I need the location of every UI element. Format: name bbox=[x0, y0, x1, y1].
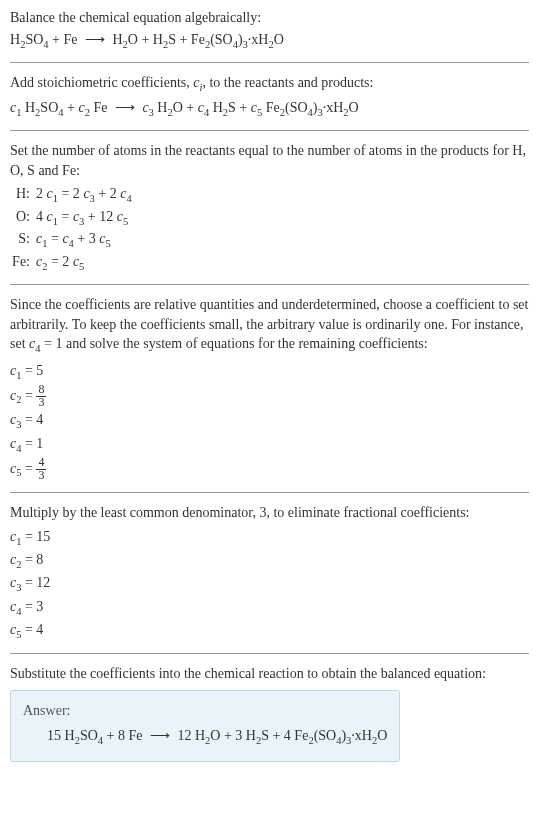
t: Fe bbox=[90, 100, 111, 115]
t: S + Fe bbox=[168, 32, 205, 47]
section-add-coefficients: Add stoichiometric coefficients, ci, to … bbox=[10, 73, 529, 120]
t: = 1 and solve the system of equations fo… bbox=[41, 336, 428, 351]
t: 15 H bbox=[47, 728, 75, 743]
coef-c4: c4 = 3 bbox=[10, 597, 529, 619]
atom-equations: H: 2 c1 = 2 c3 + 2 c4 O: 4 c1 = c3 + 12 … bbox=[10, 184, 529, 274]
eq: 2 c1 = 2 c3 + 2 c4 bbox=[36, 184, 132, 206]
sub: 5 bbox=[105, 238, 110, 249]
atom-row-o: O: 4 c1 = c3 + 12 c5 bbox=[10, 207, 529, 229]
section-atom-balance: Set the number of atoms in the reactants… bbox=[10, 141, 529, 274]
arrow-icon: ⟶ bbox=[150, 728, 170, 743]
atom-row-s: S: c1 = c4 + 3 c5 bbox=[10, 229, 529, 251]
coef-c5: c5 = 4 bbox=[10, 620, 529, 642]
arrow-icon: ⟶ bbox=[115, 100, 135, 115]
t: SO bbox=[80, 728, 98, 743]
t: O + 3 H bbox=[210, 728, 256, 743]
t: H bbox=[154, 100, 168, 115]
t: S + 4 Fe bbox=[261, 728, 308, 743]
label: S: bbox=[10, 229, 36, 249]
atom-row-h: H: 2 c1 = 2 c3 + 2 c4 bbox=[10, 184, 529, 206]
t: Fe bbox=[262, 100, 280, 115]
v: = 15 bbox=[21, 529, 50, 544]
eq: c2 = 2 c5 bbox=[36, 252, 84, 274]
intro-text: Balance the chemical equation algebraica… bbox=[10, 8, 529, 28]
answer-label: Answer: bbox=[23, 701, 387, 721]
label: H: bbox=[10, 184, 36, 204]
v: = 5 bbox=[21, 363, 43, 378]
t: ·xH bbox=[323, 100, 344, 115]
t: O bbox=[377, 728, 387, 743]
divider bbox=[10, 284, 529, 285]
v: = 12 bbox=[21, 575, 50, 590]
section-lcd: Multiply by the least common denominator… bbox=[10, 503, 529, 643]
coef-c3: c3 = 12 bbox=[10, 573, 529, 595]
t: SO bbox=[25, 32, 43, 47]
sub: 5 bbox=[123, 216, 128, 227]
coef-equation: c1 H2SO4 + c2 Fe ⟶ c3 H2O + c4 H2S + c5 … bbox=[10, 98, 529, 120]
t: O bbox=[349, 100, 359, 115]
divider bbox=[10, 653, 529, 654]
t: = 2 bbox=[47, 254, 72, 269]
t: ·xH bbox=[351, 728, 372, 743]
label: O: bbox=[10, 207, 36, 227]
section-solve: Since the coefficients are relative quan… bbox=[10, 295, 529, 482]
coef-list-integer: c1 = 15 c2 = 8 c3 = 12 c4 = 3 c5 = 4 bbox=[10, 527, 529, 643]
coef-c1: c1 = 5 bbox=[10, 361, 529, 383]
atom-row-fe: Fe: c2 = 2 c5 bbox=[10, 252, 529, 274]
denominator: 3 bbox=[36, 470, 46, 482]
t: = 2 bbox=[58, 186, 83, 201]
fraction: 83 bbox=[36, 384, 46, 409]
t: O + bbox=[173, 100, 198, 115]
v: = 3 bbox=[21, 599, 43, 614]
t: + Fe bbox=[49, 32, 81, 47]
v: = 4 bbox=[21, 622, 43, 637]
substitute-text: Substitute the coefficients into the che… bbox=[10, 664, 529, 684]
coef-c5: c5 = 43 bbox=[10, 457, 529, 482]
section-answer: Substitute the coefficients into the che… bbox=[10, 664, 529, 762]
coef-c4: c4 = 1 bbox=[10, 434, 529, 456]
eq: 4 c1 = c3 + 12 c5 bbox=[36, 207, 128, 229]
divider bbox=[10, 492, 529, 493]
t: 4 bbox=[36, 209, 47, 224]
coef-c2: c2 = 8 bbox=[10, 550, 529, 572]
add-coef-text: Add stoichiometric coefficients, ci, to … bbox=[10, 73, 529, 95]
coef-c3: c3 = 4 bbox=[10, 410, 529, 432]
t: , to the reactants and products: bbox=[202, 75, 373, 90]
unbalanced-equation: H2SO4 + Fe ⟶ H2O + H2S + Fe2(SO4)3·xH2O bbox=[10, 30, 529, 52]
t: (SO bbox=[285, 100, 308, 115]
t: H bbox=[10, 32, 20, 47]
eq: = bbox=[21, 461, 36, 476]
t: (SO bbox=[314, 728, 337, 743]
t: (SO bbox=[210, 32, 233, 47]
sub: 5 bbox=[79, 260, 84, 271]
t: SO bbox=[40, 100, 58, 115]
coef-c1: c1 = 15 bbox=[10, 527, 529, 549]
v: = 4 bbox=[21, 412, 43, 427]
v: = 1 bbox=[21, 436, 43, 451]
answer-box: Answer: 15 H2SO4 + 8 Fe ⟶ 12 H2O + 3 H2S… bbox=[10, 690, 400, 762]
t: O + H bbox=[128, 32, 163, 47]
label: Fe: bbox=[10, 252, 36, 272]
t: + 8 Fe bbox=[103, 728, 146, 743]
v: = 8 bbox=[21, 552, 43, 567]
t: 2 bbox=[36, 186, 47, 201]
eq: = bbox=[21, 388, 36, 403]
divider bbox=[10, 62, 529, 63]
coef-c2: c2 = 83 bbox=[10, 384, 529, 409]
balanced-equation: 15 H2SO4 + 8 Fe ⟶ 12 H2O + 3 H2S + 4 Fe2… bbox=[23, 726, 387, 748]
atom-balance-text: Set the number of atoms in the reactants… bbox=[10, 141, 529, 180]
t: H bbox=[109, 32, 123, 47]
t: Add stoichiometric coefficients, bbox=[10, 75, 193, 90]
t: ·xH bbox=[248, 32, 269, 47]
coef-list-fractional: c1 = 5 c2 = 83 c3 = 4 c4 = 1 c5 = 43 bbox=[10, 361, 529, 482]
t: H bbox=[209, 100, 223, 115]
t: + 2 bbox=[95, 186, 120, 201]
t: = bbox=[58, 209, 73, 224]
lcd-text: Multiply by the least common denominator… bbox=[10, 503, 529, 523]
fraction: 43 bbox=[36, 457, 46, 482]
section-balance-intro: Balance the chemical equation algebraica… bbox=[10, 8, 529, 52]
t: H bbox=[21, 100, 35, 115]
sub: 4 bbox=[126, 193, 131, 204]
arrow-icon: ⟶ bbox=[85, 32, 105, 47]
divider bbox=[10, 130, 529, 131]
